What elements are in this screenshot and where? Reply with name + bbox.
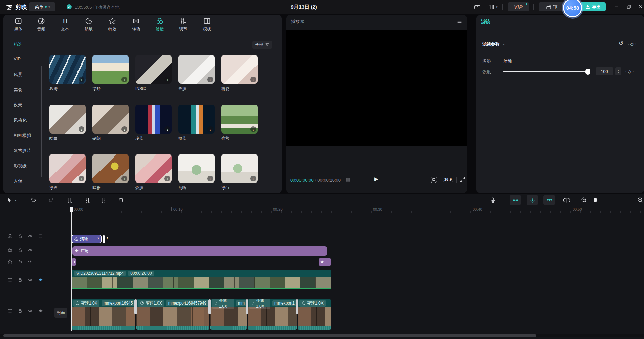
- filter-thumbnail[interactable]: ↓: [221, 105, 258, 134]
- scrollbar-thumb[interactable]: [3, 334, 536, 337]
- filter-thumbnail[interactable]: ↓: [135, 154, 172, 183]
- filter-thumbnail[interactable]: ↓: [92, 154, 129, 183]
- filter-thumbnail[interactable]: ↓: [49, 154, 86, 183]
- tab-adjust[interactable]: 调节: [173, 17, 194, 32]
- filter-card[interactable]: ↓净透: [49, 154, 86, 191]
- menu-button[interactable]: 菜单 ▾: [29, 2, 55, 11]
- filter-card[interactable]: ↓暗雅: [92, 154, 129, 191]
- overlay-clip[interactable]: 变速1.0X mmexport1: [248, 299, 297, 330]
- sidebar-item-featured[interactable]: 精选: [14, 41, 22, 47]
- keyframe-next-icon[interactable]: ›: [632, 69, 634, 73]
- sidebar-item-food[interactable]: 美食: [14, 87, 22, 93]
- filter-card[interactable]: ↓亮肤: [178, 55, 215, 92]
- download-icon[interactable]: ↓: [164, 77, 170, 82]
- sidebar-scrollbar[interactable]: [41, 66, 42, 177]
- strength-slider-knob[interactable]: [585, 69, 590, 75]
- strength-value-input[interactable]: 100: [596, 67, 613, 75]
- filter-card[interactable]: ↓绿野: [92, 55, 129, 92]
- window-restore-button[interactable]: [626, 4, 632, 10]
- download-icon[interactable]: ↓: [207, 77, 213, 82]
- download-icon[interactable]: ↓: [207, 126, 213, 132]
- main-video-clip[interactable]: VID20230913114712.mp4 00:00:26:00: [72, 270, 331, 289]
- lock-icon[interactable]: [18, 248, 23, 253]
- sidebar-item-camera-sim[interactable]: 相机模拟: [14, 132, 31, 139]
- window-minimize-button[interactable]: [613, 4, 619, 10]
- stepper-up-icon[interactable]: ▴: [618, 69, 619, 71]
- filter-card[interactable]: ↓暮涛: [49, 55, 86, 92]
- eye-icon[interactable]: [28, 248, 33, 253]
- keyframe-diamond-icon[interactable]: ◇: [628, 69, 631, 74]
- filter-thumbnail[interactable]: ↓: [178, 55, 215, 84]
- transition-handle[interactable]: [246, 299, 248, 314]
- effect-clip-partial[interactable]: [319, 258, 331, 266]
- tab-sticker[interactable]: 贴纸: [78, 17, 99, 32]
- video-preview[interactable]: [286, 30, 467, 146]
- keyframe-next-icon[interactable]: ›: [635, 42, 636, 46]
- window-close-button[interactable]: [638, 4, 644, 10]
- filter-thumbnail[interactable]: ↓: [178, 105, 215, 134]
- download-icon[interactable]: ↓: [121, 176, 127, 181]
- filter-all-dropdown[interactable]: 全部: [252, 41, 272, 49]
- filter-thumbnail[interactable]: ↓: [92, 105, 129, 134]
- main-track-magnet-toggle[interactable]: [510, 195, 521, 205]
- tab-audio[interactable]: 音频: [30, 17, 52, 32]
- preview-split-toggle[interactable]: [562, 195, 571, 205]
- download-icon[interactable]: ↓: [121, 126, 127, 132]
- overlay-clip[interactable]: 变速1.0X mmexport169457949: [136, 299, 209, 330]
- download-icon[interactable]: ↓: [79, 126, 84, 132]
- speaker-icon[interactable]: [38, 308, 43, 313]
- timeline-ruler[interactable]: 00:00 00:10 00:20 00:30 00:40 00:50: [0, 207, 644, 215]
- eye-icon[interactable]: [28, 234, 33, 239]
- download-icon[interactable]: ↓: [79, 176, 84, 181]
- download-icon[interactable]: ↓: [79, 77, 84, 82]
- lock-icon[interactable]: [18, 308, 23, 313]
- tab-templates[interactable]: 模板: [196, 17, 218, 32]
- download-icon[interactable]: ↓: [250, 126, 256, 132]
- tab-filters[interactable]: 滤镜: [149, 17, 171, 32]
- lock-icon[interactable]: [18, 259, 23, 264]
- filter-thumbnail[interactable]: ↓: [135, 55, 172, 84]
- keyframe-prev-icon[interactable]: ‹: [628, 42, 629, 46]
- effect-clip-sliver[interactable]: [72, 258, 76, 266]
- timeline-zoom-out-button[interactable]: [579, 195, 589, 205]
- strength-slider[interactable]: [503, 71, 589, 72]
- filter-thumbnail[interactable]: ↓: [49, 105, 86, 134]
- timeline-zoom-in-button[interactable]: [636, 195, 644, 205]
- mute-icon[interactable]: [38, 277, 43, 282]
- sidebar-item-retro-film[interactable]: 复古胶片: [14, 148, 31, 154]
- strength-stepper[interactable]: ▴▾: [615, 67, 621, 75]
- filter-card[interactable]: ↓清晰: [178, 154, 215, 191]
- sidebar-item-scenery[interactable]: 风景: [14, 72, 22, 78]
- sidebar-item-stylized[interactable]: 风格化: [14, 117, 27, 123]
- transition-handle[interactable]: [296, 299, 298, 314]
- filter-card[interactable]: ↓橙蓝: [178, 105, 215, 141]
- download-icon[interactable]: ↓: [121, 77, 127, 82]
- redo-button[interactable]: [47, 195, 56, 205]
- undo-button[interactable]: [28, 195, 38, 205]
- filter-card[interactable]: ↓酷白: [49, 105, 86, 141]
- select-tool-chevron-icon[interactable]: ▾: [15, 199, 17, 202]
- layout-chevron-down-icon[interactable]: ▾: [496, 5, 498, 9]
- reset-icon[interactable]: ↺: [619, 40, 623, 47]
- layout-switch-icon[interactable]: [487, 2, 496, 12]
- transition-handle[interactable]: [208, 299, 211, 314]
- select-tool-button[interactable]: [5, 195, 14, 205]
- sidebar-item-vip[interactable]: VIP: [14, 56, 21, 63]
- trim-handle-right-icon[interactable]: ›: [107, 235, 108, 240]
- download-icon[interactable]: ↓: [250, 176, 256, 181]
- fullscreen-icon[interactable]: [459, 176, 465, 183]
- filter-thumbnail[interactable]: ↓: [135, 105, 172, 134]
- overlay-clip[interactable]: 变速1.0X: [298, 299, 331, 330]
- keyframe-prev-icon[interactable]: ‹: [625, 69, 627, 73]
- filter-card[interactable]: ↓粉瓷: [221, 55, 258, 92]
- shortcut-keyboard-icon[interactable]: [472, 2, 482, 12]
- auto-snap-toggle[interactable]: [527, 195, 538, 205]
- delete-button[interactable]: [116, 195, 126, 205]
- filter-card[interactable]: ↓硬朗: [92, 105, 129, 141]
- cover-button[interactable]: 封面: [54, 308, 67, 318]
- record-voiceover-button[interactable]: [488, 195, 497, 205]
- delete-left-button[interactable]: [83, 195, 92, 205]
- playhead-handle[interactable]: [70, 207, 73, 212]
- filter-card[interactable]: ↓焕肤: [135, 154, 172, 191]
- download-icon[interactable]: ↓: [164, 126, 170, 132]
